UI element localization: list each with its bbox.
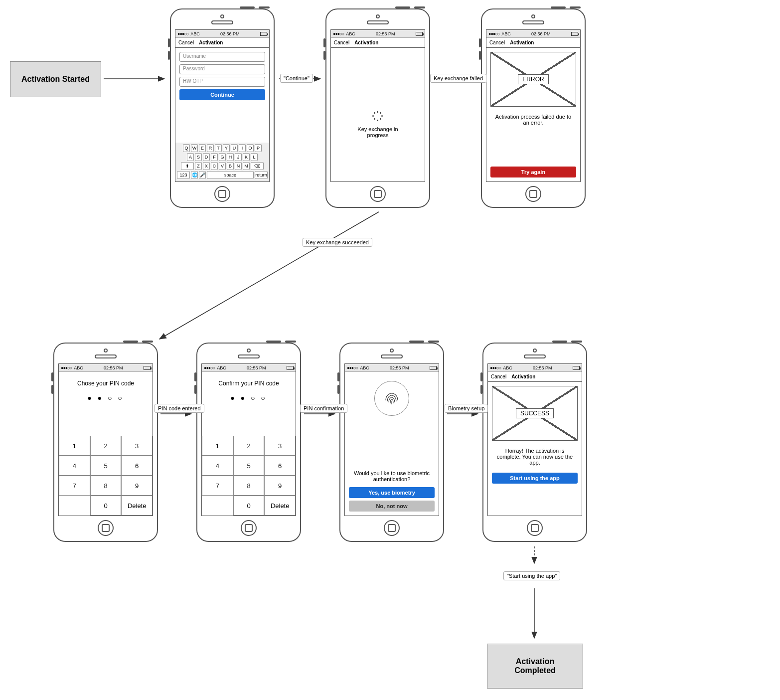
cancel-link[interactable]: Cancel [489, 40, 505, 45]
key-n[interactable]: N [235, 162, 242, 170]
fingerprint-icon [374, 381, 409, 416]
pinkey-5[interactable]: 5 [90, 456, 122, 476]
pinkey-6[interactable]: 6 [121, 456, 153, 476]
error-image-placeholder: ERROR [490, 52, 576, 107]
key-e[interactable]: E [199, 144, 206, 152]
key-b[interactable]: B [227, 162, 234, 170]
svg-line-3 [159, 212, 379, 339]
biometry-text: Would you like to use biometric authenti… [352, 470, 432, 482]
username-field[interactable]: Username [179, 52, 265, 62]
key-z[interactable]: Z [195, 162, 202, 170]
status-bar: ●●●○○ABC02:56 PM [59, 364, 153, 372]
key-a[interactable]: A [187, 153, 194, 161]
cancel-link[interactable]: Cancel [178, 40, 194, 45]
key-s[interactable]: S [195, 153, 202, 161]
pinkey-0[interactable]: 0 [90, 496, 122, 516]
pinkey-0[interactable]: 0 [233, 496, 265, 516]
phone-choose-pin: ●●●○○ABC02:56 PM Chose your PIN code ● ●… [53, 343, 158, 542]
success-tag: SUCCESS [516, 408, 554, 418]
nav-bar: CancelActivation [331, 38, 425, 48]
pinkey-7[interactable]: 7 [59, 476, 90, 496]
pinkey-2[interactable]: 2 [90, 436, 122, 456]
pinkey-delete[interactable]: Delete [121, 496, 153, 516]
key-c[interactable]: C [211, 162, 218, 170]
key-f[interactable]: F [211, 153, 218, 161]
password-field[interactable]: Password [179, 64, 265, 74]
pinkey-9[interactable]: 9 [121, 476, 153, 496]
key-k[interactable]: K [243, 153, 250, 161]
key-o[interactable]: O [247, 144, 254, 152]
pinkey-1[interactable]: 1 [202, 436, 233, 456]
nav-bar: CancelActivation [488, 372, 582, 382]
state-activation-started: Activation Started [10, 61, 101, 97]
home-button[interactable] [214, 186, 230, 202]
yes-biometry-button[interactable]: Yes, use biometry [349, 487, 435, 498]
pinkey-delete[interactable]: Delete [264, 496, 296, 516]
pinkey-8[interactable]: 8 [90, 476, 122, 496]
key-u[interactable]: U [231, 144, 238, 152]
space-key[interactable]: space [207, 171, 254, 179]
key-j[interactable]: J [235, 153, 242, 161]
phone-error: ●●●○○ABC02:56 PM CancelActivation ERROR … [481, 8, 586, 208]
pin-keypad[interactable]: 1234567890Delete [202, 436, 296, 516]
nav-bar: CancelActivation [486, 38, 580, 48]
start-app-button[interactable]: Start using the app [492, 473, 578, 484]
arrow-label-continue: "Continue" [280, 74, 313, 83]
error-text: Activation process failed due to an erro… [493, 114, 573, 126]
cancel-link[interactable]: Cancel [334, 40, 349, 45]
key-l[interactable]: L [251, 153, 258, 161]
key-r[interactable]: R [207, 144, 214, 152]
pinkey-7[interactable]: 7 [202, 476, 233, 496]
phone-loading: ●●●○○ABC02:56 PM CancelActivation Key ex… [325, 8, 430, 208]
key-g[interactable]: G [219, 153, 226, 161]
pinkey-6[interactable]: 6 [264, 456, 296, 476]
home-button[interactable] [527, 520, 543, 536]
status-bar: ●●●○○ABC02:56 PM [486, 30, 580, 38]
pinkey-5[interactable]: 5 [233, 456, 265, 476]
key-m[interactable]: M [243, 162, 250, 170]
key-q[interactable]: Q [183, 144, 190, 152]
key-i[interactable]: I [239, 144, 246, 152]
shift-key[interactable]: ⬆ [181, 162, 194, 170]
pin-keypad[interactable]: 1234567890Delete [59, 436, 153, 516]
state-activation-completed: Activation Completed [487, 644, 583, 689]
pinkey-9[interactable]: 9 [264, 476, 296, 496]
key-x[interactable]: X [203, 162, 210, 170]
pinkey-8[interactable]: 8 [233, 476, 265, 496]
home-button[interactable] [384, 520, 400, 536]
pinkey-3[interactable]: 3 [264, 436, 296, 456]
home-button[interactable] [98, 520, 114, 536]
key-y[interactable]: Y [223, 144, 230, 152]
pinkey-3[interactable]: 3 [121, 436, 153, 456]
nav-bar: CancelActivation [175, 38, 269, 48]
pinkey-4[interactable]: 4 [59, 456, 90, 476]
no-biometry-button[interactable]: No, not now [349, 501, 435, 512]
numbers-key[interactable]: 123 [177, 171, 190, 179]
home-button[interactable] [241, 520, 257, 536]
backspace-key[interactable]: ⌫ [251, 162, 264, 170]
nav-title: Activation [199, 40, 223, 45]
try-again-button[interactable]: Try again [490, 167, 576, 177]
pinkey-2[interactable]: 2 [233, 436, 265, 456]
cancel-link[interactable]: Cancel [491, 374, 506, 379]
home-button[interactable] [370, 186, 386, 202]
keyboard[interactable]: QWERTYUIOP ASDFGHJKL ⬆ZXCVBNM⌫ 123🌐🎤spac… [175, 143, 269, 181]
key-d[interactable]: D [203, 153, 210, 161]
key-p[interactable]: P [255, 144, 262, 152]
key-t[interactable]: T [215, 144, 222, 152]
key-w[interactable]: W [191, 144, 198, 152]
state-label: Activation Started [21, 75, 90, 83]
pinkey-4[interactable]: 4 [202, 456, 233, 476]
globe-key[interactable]: 🌐 [191, 171, 198, 179]
return-key[interactable]: return [255, 171, 268, 179]
otp-field[interactable]: HW OTP [179, 77, 265, 87]
key-h[interactable]: H [227, 153, 234, 161]
pin-title: Chose your PIN code [59, 380, 153, 387]
phone-confirm-pin: ●●●○○ABC02:56 PM Confirm your PIN code ●… [196, 343, 301, 542]
continue-button[interactable]: Continue [179, 89, 265, 100]
pinkey-1[interactable]: 1 [59, 436, 90, 456]
mic-key[interactable]: 🎤 [199, 171, 206, 179]
home-button[interactable] [525, 186, 541, 202]
status-bar: ●●●○○ABC02:56 PM [345, 364, 439, 372]
key-v[interactable]: V [219, 162, 226, 170]
